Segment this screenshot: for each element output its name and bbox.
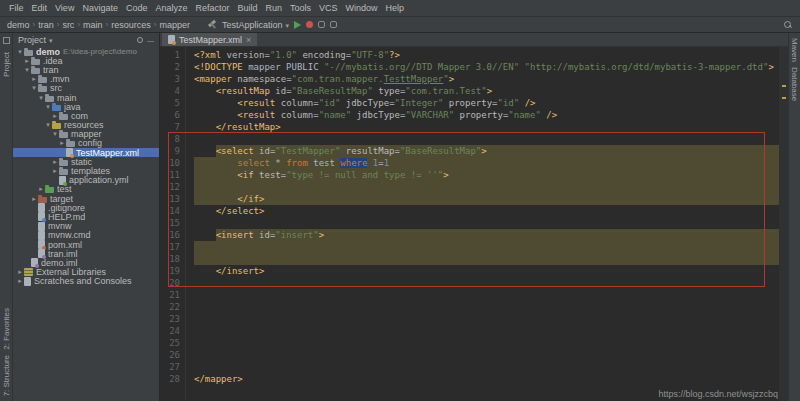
scratch-icon	[24, 277, 31, 286]
tree-chevron-icon[interactable]: ▸	[23, 57, 31, 65]
tree-chevron-icon[interactable]: ▸	[58, 139, 66, 147]
coverage-icon[interactable]	[318, 21, 325, 28]
menu-navigate[interactable]: Navigate	[78, 3, 122, 13]
code-token: <mapper	[194, 74, 237, 84]
breadcrumb-main[interactable]: main	[81, 20, 105, 30]
tree-item-.gitignore[interactable]: .gitignore	[13, 203, 159, 212]
tree-chevron-icon[interactable]: ▾	[44, 121, 52, 129]
tree-chevron-none	[30, 241, 38, 248]
tree-chevron-icon[interactable]: ▸	[37, 185, 45, 193]
code-token: <select	[216, 146, 259, 156]
menu-build[interactable]: Build	[233, 3, 261, 13]
tree-item-target[interactable]: ▸target	[13, 194, 159, 203]
tool-button-2-favorites[interactable]: 2: Favorites	[2, 308, 11, 350]
menu-tools[interactable]: Tools	[286, 3, 315, 13]
code-line-20	[194, 277, 779, 289]
debug-icon[interactable]	[306, 21, 313, 28]
search-icon[interactable]	[784, 21, 792, 29]
tree-chevron-icon[interactable]: ▸	[30, 75, 38, 83]
menu-code[interactable]: Code	[122, 3, 152, 13]
tree-chevron-icon[interactable]: ▸	[51, 112, 59, 120]
tool-button-maven[interactable]: Maven	[790, 38, 799, 62]
run-icon[interactable]	[294, 21, 301, 29]
line-number: 28	[160, 373, 180, 385]
tree-chevron-icon[interactable]: ▾	[16, 48, 24, 56]
menu-analyze[interactable]: Analyze	[151, 3, 191, 13]
error-stripe[interactable]	[779, 47, 788, 401]
build-hammer-icon[interactable]	[208, 20, 217, 29]
menu-file[interactable]: File	[5, 3, 28, 13]
code-line-28: </mapper>	[194, 373, 779, 385]
editor-tab-testmapper[interactable]: TestMapper.xml	[162, 33, 257, 46]
code-token	[194, 146, 216, 156]
menu-window[interactable]: Window	[342, 3, 382, 13]
file-xml-icon	[66, 148, 73, 157]
breadcrumb-src[interactable]: src	[60, 20, 76, 30]
breadcrumb-resources[interactable]: resources	[109, 20, 153, 30]
folder-icon	[59, 169, 68, 175]
project-panel-title[interactable]: Project	[18, 35, 53, 45]
code-token: jdbcType	[340, 98, 389, 108]
code-token: />	[541, 110, 557, 120]
tree-item-tran.iml[interactable]: tran.iml	[13, 249, 159, 258]
line-number: 12	[160, 181, 180, 193]
gear-icon[interactable]	[137, 37, 143, 43]
line-number: 6	[160, 109, 180, 121]
tree-chevron-icon[interactable]: ▾	[23, 66, 31, 74]
collapse-icon[interactable]	[147, 35, 154, 45]
tree-chevron-icon[interactable]: ▸	[16, 268, 24, 276]
tool-window-grid-icon	[3, 37, 10, 44]
tree-chevron-icon[interactable]: ▸	[16, 277, 24, 285]
tree-chevron-icon[interactable]: ▾	[30, 84, 38, 92]
tree-chevron-icon[interactable]: ▾	[44, 103, 52, 111]
tool-button-7-structure[interactable]: 7: Structure	[2, 355, 11, 396]
tree-chevron-icon[interactable]: ▾	[51, 130, 59, 138]
tree-item-help.md[interactable]: HELP.md	[13, 212, 159, 221]
close-icon[interactable]	[246, 35, 251, 45]
run-configuration-select[interactable]: TestApplication	[222, 20, 289, 30]
menu-view[interactable]: View	[51, 3, 78, 13]
menu-help[interactable]: Help	[382, 3, 409, 13]
tree-item-src[interactable]: ▾src	[13, 84, 159, 93]
profiler-icon[interactable]	[330, 21, 337, 28]
tree-item-scratches-and-consoles[interactable]: ▸Scratches and Consoles	[13, 277, 159, 286]
code-token: >	[481, 146, 486, 156]
line-number: 17	[160, 241, 180, 253]
code-token: "id"	[498, 98, 520, 108]
code-token: "com.tran.Test"	[405, 86, 486, 96]
tool-button-project[interactable]: Project	[2, 52, 11, 77]
menu-refactor[interactable]: Refactor	[191, 3, 233, 13]
code-line-10: select * from test where 1=1	[194, 157, 779, 169]
tree-item-application.yml[interactable]: application.yml	[13, 176, 159, 185]
tree-item-mvnw.cmd[interactable]: mvnw.cmd	[13, 231, 159, 240]
code-lines[interactable]: <?xml version="1.0" encoding="UTF-8"?><!…	[186, 47, 779, 401]
breadcrumb-demo[interactable]: demo	[5, 20, 32, 30]
folder-icon	[59, 132, 68, 138]
tree-chevron-icon[interactable]: ▸	[30, 195, 38, 203]
xml-file-icon	[168, 35, 175, 44]
code-token: id	[259, 230, 270, 240]
code-line-16: <insert id="insert">	[194, 229, 779, 241]
code-token: test	[259, 170, 281, 180]
breadcrumb-mapper[interactable]: mapper	[157, 20, 192, 30]
tree-item-test[interactable]: ▸test	[13, 185, 159, 194]
left-strip-bottom: 2: Favorites7: Structure	[2, 303, 11, 401]
tree-chevron-icon[interactable]: ▸	[51, 158, 59, 166]
tree-item-.mvn[interactable]: ▸.mvn	[13, 75, 159, 84]
tree-chevron-icon[interactable]: ▾	[37, 94, 45, 102]
menu-vcs[interactable]: VCS	[315, 3, 342, 13]
menu-run[interactable]: Run	[262, 3, 287, 13]
tree-item-.idea[interactable]: ▸.idea	[13, 56, 159, 65]
breadcrumb-tran[interactable]: tran	[36, 20, 56, 30]
code-line-25	[194, 337, 779, 349]
tree-item-pom.xml[interactable]: pom.xml	[13, 240, 159, 249]
menu-edit[interactable]: Edit	[28, 3, 52, 13]
folder-icon	[38, 77, 47, 83]
tree-item-tran[interactable]: ▾tran	[13, 65, 159, 74]
tree-item-demo[interactable]: ▾demoE:\idea-project\demo	[13, 47, 159, 56]
tree-item-main[interactable]: ▾main	[13, 93, 159, 102]
tree-chevron-none	[30, 250, 38, 257]
tree-chevron-icon[interactable]: ▸	[51, 167, 59, 175]
folder-icon	[24, 50, 33, 56]
tool-button-database[interactable]: Database	[790, 67, 799, 101]
